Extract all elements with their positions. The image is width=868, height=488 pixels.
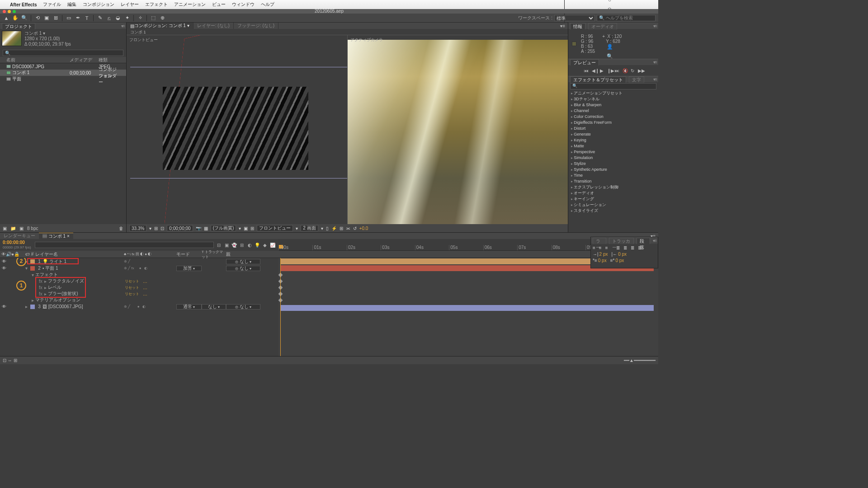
effect-category[interactable]: Stylize	[568, 161, 658, 167]
effect-category[interactable]: Matte	[568, 143, 658, 149]
layer-row-2[interactable]: 👁 ▾2 ▪ 平面 1 ⊕ ╱ fx ● ◐ 加算 ▾ ◎ なし ▾	[0, 265, 278, 272]
playhead-line[interactable]	[280, 258, 281, 356]
active-camera-pane[interactable]: アクティブカメラ	[348, 35, 568, 224]
new-folder-icon[interactable]: 📁	[10, 226, 16, 231]
viewer-flyout-icon[interactable]: ▾≡	[560, 23, 568, 28]
next-frame-icon[interactable]: ❙▶	[607, 68, 612, 73]
video-eye-icon[interactable]: 👁	[2, 304, 6, 309]
show-channel-icon[interactable]: ▦	[204, 226, 208, 231]
indent-left[interactable]: →| 2 px	[593, 252, 608, 257]
resolution-icon[interactable]: ⊞	[154, 226, 158, 231]
exposure-value[interactable]: +0.0	[359, 226, 368, 231]
graph-editor-icon[interactable]: 📈	[269, 242, 276, 248]
view-select[interactable]: フロントビュー	[257, 225, 293, 231]
preview-flyout-icon[interactable]: ▾≡	[653, 60, 658, 65]
justify-left-icon[interactable]: ≣	[616, 245, 620, 250]
motion-blur-icon[interactable]: ◐	[246, 242, 253, 248]
close-icon[interactable]	[3, 10, 6, 13]
effects-search[interactable]: 🔍	[570, 83, 656, 89]
camera-tool[interactable]: ▣	[43, 14, 50, 22]
first-frame-icon[interactable]: ⏮	[584, 68, 589, 73]
justify-right-icon[interactable]: ≣	[631, 245, 634, 250]
selection-tool[interactable]: ▲	[3, 14, 10, 22]
resolution-select[interactable]: (フル画質)	[211, 225, 236, 231]
audio-tab[interactable]: オーディオ	[588, 23, 617, 29]
effect-category[interactable]: Blur & Sharpen	[568, 102, 658, 108]
indent-right[interactable]: |← 0 px	[612, 252, 627, 257]
preview-tab[interactable]: プレビュー	[570, 59, 599, 66]
character-tab[interactable]: 文字	[629, 76, 644, 83]
auto-keyframe-icon[interactable]: ◆	[262, 242, 268, 248]
zoom-value[interactable]: 33.3%	[129, 225, 146, 231]
paragraph-tab[interactable]: 段落	[637, 238, 650, 244]
world-axis[interactable]: ⊕	[159, 14, 166, 22]
effect-category[interactable]: Perspective	[568, 149, 658, 155]
viewer-tab-layer[interactable]: レイヤー: (なし)	[193, 23, 234, 29]
current-timecode[interactable]: 0:00:00:0000000 (29.97 fps)	[3, 240, 31, 250]
timeline-icon[interactable]: ⊞	[340, 226, 343, 231]
snapshot-icon[interactable]: 📷	[196, 226, 201, 231]
grid-icon[interactable]: ⊞	[250, 226, 254, 231]
draft-3d-icon[interactable]: ▣	[223, 242, 230, 248]
clone-tool[interactable]: ⎌	[105, 14, 113, 22]
menu-window[interactable]: ウィンドウ	[232, 1, 255, 8]
color-label[interactable]	[30, 266, 35, 271]
trackmatte-select[interactable]: なし ▾	[202, 304, 226, 310]
effects-tab[interactable]: エフェクト＆プリセット	[570, 76, 626, 83]
menu-view[interactable]: ビュー	[212, 1, 226, 8]
view-layout[interactable]: 2 画面	[301, 225, 318, 231]
app-name[interactable]: After Effects	[10, 2, 37, 7]
menu-help[interactable]: ヘルプ	[261, 1, 274, 8]
trash-icon[interactable]: 🗑	[119, 226, 123, 231]
rect-tool[interactable]: ▭	[65, 14, 72, 22]
prev-frame-icon[interactable]: ◀❙	[592, 68, 597, 73]
para-tab1[interactable]: ラー	[593, 238, 606, 244]
comp-mini-flowchart-icon[interactable]: ⊟	[216, 242, 222, 248]
frame-blend-icon[interactable]: ⊞	[239, 242, 245, 248]
col-num[interactable]: #	[31, 252, 34, 257]
puppet-tool[interactable]: ✧	[137, 14, 144, 22]
fast-preview-icon[interactable]: ⚡	[331, 226, 337, 231]
bpc-button[interactable]: 8 bpc	[27, 226, 38, 231]
roi-icon[interactable]: ▣	[244, 226, 248, 231]
comp-thumbnail[interactable]	[2, 31, 22, 46]
zoom-icon[interactable]	[13, 10, 16, 13]
effects-flyout-icon[interactable]: ▾≡	[653, 77, 658, 82]
play-icon[interactable]: ▶	[599, 68, 604, 73]
effect-category[interactable]: シミュレーション	[568, 202, 658, 208]
effect-category[interactable]: アニメーションプリセット	[568, 90, 658, 96]
loop-icon[interactable]: ↻	[630, 68, 635, 73]
col-layer-name[interactable]: レイヤー名	[35, 251, 124, 258]
effect-category[interactable]: Generate	[568, 131, 658, 137]
zoom-tool[interactable]: 🔍	[21, 14, 28, 22]
effect-row[interactable]: fx▸レベルリセット…	[0, 284, 278, 291]
layer-row-1[interactable]: 👁 ▸1 💡 ライト 1 ⊕ ╱ ◎ なし ▾	[0, 258, 278, 265]
workspace-select[interactable]: 標準	[554, 15, 595, 21]
local-axis[interactable]: ⬚	[150, 14, 157, 22]
effect-category[interactable]: Time	[568, 173, 658, 178]
effect-category[interactable]: Transition	[568, 178, 658, 184]
toggle-mask-icon[interactable]: ⊡	[160, 226, 164, 231]
minimize-icon[interactable]	[8, 10, 11, 13]
eraser-tool[interactable]: ◒	[114, 14, 122, 22]
effect-category[interactable]: Digieffects FreeForm	[568, 120, 658, 126]
ram-preview-icon[interactable]: ▶▶	[638, 68, 643, 73]
effect-category[interactable]: Channel	[568, 108, 658, 114]
menu-animation[interactable]: アニメーション	[174, 1, 206, 8]
project-tab[interactable]: プロジェクト	[2, 23, 35, 29]
parent-select[interactable]: ◎ なし ▾	[226, 266, 260, 271]
reset-exposure-icon[interactable]: ↺	[353, 226, 357, 231]
blend-mode-select[interactable]: 通常 ▾	[176, 304, 202, 310]
mute-icon[interactable]: 🔇	[623, 68, 627, 73]
col-duration[interactable]: メディアデュ…	[70, 57, 99, 63]
timecode-display[interactable]: 0;00;00;00	[167, 225, 193, 231]
color-label[interactable]	[30, 305, 35, 309]
align-left-icon[interactable]: ≡	[593, 245, 595, 250]
video-eye-icon[interactable]: 👁	[2, 266, 6, 271]
interpret-icon[interactable]: ▣	[3, 226, 7, 231]
toggle-switches-icon[interactable]: ⊡ ↔ ⊞	[3, 358, 17, 363]
menu-edit[interactable]: 編集	[67, 1, 76, 8]
pen-tool[interactable]: ✒	[74, 14, 81, 22]
new-comp-icon[interactable]: ▣	[19, 226, 24, 231]
effect-row[interactable]: fx▸ブラー(放射状)リセット…	[0, 291, 278, 297]
